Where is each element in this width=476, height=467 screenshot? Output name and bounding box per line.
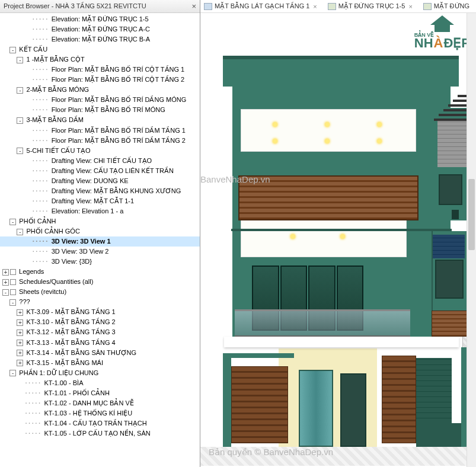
tree-item[interactable]: ····· Floor Plan: MẶT BẰNG BỐ TRÍ CỘT TẦ… [0, 65, 200, 75]
tree-item[interactable]: ····· Drafting View: DUONG KE [0, 176, 200, 186]
tree-item[interactable]: ····· Drafting View: CẤU TẠO LIÊN KẾT TR… [0, 166, 200, 176]
tree-item[interactable]: ····· 3D View: 3D View 1 [0, 236, 200, 247]
tree-item-label: Drafting View: MẶT BẰNG KHUNG XƯƠNG [52, 187, 181, 194]
tree-item[interactable]: + Schedules/Quantities (all) [0, 277, 200, 287]
project-browser-titlebar[interactable]: Project Browser - NHÀ 3 TẦNG 5X21 REVITC… [0, 0, 200, 13]
expand-icon[interactable]: + [17, 319, 23, 326]
tree-item[interactable]: + KT-3.09 - MẶT BẰNG TẦNG 1 [0, 307, 200, 317]
tree-item[interactable]: + KT-3.14 - MẶT BẰNG SÂN THƯỢNG [0, 348, 200, 358]
tree-item[interactable]: - 2-MẶT BẰNG MÓNG [0, 85, 200, 95]
tree-item[interactable]: - PHẦN 1: DỮ LIỆU CHUNG [0, 368, 200, 378]
view-tab[interactable]: MẶT BẰNG LÁT GẠCH TẦNG 1 × [204, 2, 317, 10]
tree-item-label: KT-3.15 - MẶT BẰNG MÁI [27, 359, 104, 366]
view-tab[interactable]: MẶT ĐỨNG [423, 2, 469, 10]
elevation-icon [328, 3, 336, 10]
tree-item[interactable]: ····· Drafting View: CHI TIẾT CẤU TẠO [0, 156, 200, 166]
tree-item-label: Floor Plan: MẶT BẰNG BỐ TRÍ MÓNG [52, 106, 165, 113]
tree-item-label: KT-1.05 - LỚP CẤU TẠO NỀN, SÀN [44, 430, 150, 437]
tree-item-label: 1 -MẶT BẰNG CỘT [27, 56, 85, 63]
tab-label: MẶT ĐỨNG [434, 2, 469, 10]
3d-viewport[interactable]: BẢN VẼ NHÀĐẸP [200, 13, 476, 467]
collapse-icon[interactable]: - [9, 219, 16, 225]
viewport-panel: MẶT BẰNG LÁT GẠCH TẦNG 1 × MẶT ĐỨNG TRỤC… [200, 0, 476, 467]
tree-item-label: 3-MẶT BẰNG DẦM [27, 116, 84, 123]
tree-item[interactable]: ····· Elevation: Elevation 1 - a [0, 206, 200, 216]
vertical-scrollbar[interactable] [467, 13, 476, 467]
tree-item[interactable]: + KT-3.15 - MẶT BẰNG MÁI [0, 358, 200, 368]
tree-item-label: Floor Plan: MẶT BẰNG BỐ TRÍ DẦM TẦNG 1 [52, 127, 186, 134]
tree-item[interactable]: + KT-3.10 - MẶT BẰNG TẦNG 2 [0, 317, 200, 327]
tree-item[interactable]: - PHỐI CẢNH GÓC [0, 226, 200, 236]
expand-icon[interactable]: + [17, 309, 23, 316]
tree-item[interactable]: ····· KT-1.05 - LỚP CẤU TẠO NỀN, SÀN [0, 428, 200, 439]
collapse-icon[interactable]: - [17, 229, 23, 235]
view-tabs: MẶT BẰNG LÁT GẠCH TẦNG 1 × MẶT ĐỨNG TRỤC… [200, 0, 476, 13]
category-icon [10, 289, 16, 295]
tree-item[interactable]: ····· KT-1.04 - CẤU TẠO TRẦN THẠCH [0, 418, 200, 428]
close-icon[interactable]: × [313, 3, 317, 10]
tree-item[interactable]: + KT-3.13 - MẶT BẰNG TẦNG 4 [0, 338, 200, 348]
tab-label: MẶT ĐỨNG TRỤC 1-5 [338, 2, 405, 10]
tree-item-label: Drafting View: CẤU TẠO LIÊN KẾT TRẦN [52, 167, 174, 174]
tree-item-label: Floor Plan: MẶT BẰNG BỐ TRÍ DẦNG MÓNG [52, 96, 187, 103]
collapse-icon[interactable]: - [9, 47, 16, 53]
tree-item[interactable]: ····· Floor Plan: MẶT BẰNG BỐ TRÍ DẦNG M… [0, 95, 200, 105]
project-browser-tree[interactable]: ····· Elevation: MẶT ĐỨNG TRỤC 1-5 ·····… [0, 13, 200, 440]
tree-item-label: KT-1.02 - DANH MỤC BẢN VẼ [44, 399, 133, 407]
tree-item[interactable]: - 5-CHI TIẾT CẤU TẠO [0, 146, 200, 156]
tree-item[interactable]: ····· KT-1.01 - PHỐI CẢNH [0, 388, 200, 398]
tree-item[interactable]: ····· Floor Plan: MẶT BẰNG BỐ TRÍ MÓNG [0, 105, 200, 115]
tree-item[interactable]: - Sheets (revitctu) [0, 287, 200, 297]
tree-item[interactable]: ····· Drafting View: MẶT BẰNG KHUNG XƯƠN… [0, 186, 200, 196]
tree-item-label: KT-1.03 - HỆ THỐNG KÍ HIỆU [44, 410, 132, 417]
tree-item-label: PHẦN 1: DỮ LIỆU CHUNG [19, 369, 98, 376]
close-icon[interactable]: × [191, 2, 196, 11]
collapse-icon[interactable]: - [9, 299, 16, 306]
tree-item-label: Drafting View: MẶT CẮT 1-1 [52, 197, 135, 204]
tree-item-label: Drafting View: CHI TIẾT CẤU TẠO [52, 157, 152, 164]
tree-item-label: KT-1.00 - BÌA [44, 379, 83, 386]
expand-icon[interactable]: + [2, 279, 9, 286]
tree-item[interactable]: ····· Drafting View: MẶT CẮT 1-1 [0, 196, 200, 206]
tree-item[interactable]: ····· KT-1.03 - HỆ THỐNG KÍ HIỆU [0, 408, 200, 418]
tree-item[interactable]: - KẾT CẤU [0, 44, 200, 55]
tree-item[interactable]: ····· KT-1.02 - DANH MỤC BẢN VẼ [0, 398, 200, 408]
tree-item[interactable]: ····· Elevation: MẶT ĐỨNG TRỤC 1-5 [0, 14, 200, 24]
tree-item-label: Elevation: MẶT ĐỨNG TRỤC B-A [52, 36, 150, 43]
tree-item[interactable]: + Legends [0, 267, 200, 277]
tree-item[interactable]: + KT-3.12 - MẶT BẰNG TẦNG 3 [0, 327, 200, 337]
collapse-icon[interactable]: - [17, 148, 23, 154]
scrollbar-thumb[interactable] [468, 179, 475, 250]
collapse-icon[interactable]: - [17, 57, 23, 63]
tree-item[interactable]: - ??? [0, 297, 200, 307]
expand-icon[interactable]: + [17, 330, 23, 336]
collapse-icon[interactable]: - [17, 87, 23, 94]
tree-item[interactable]: ····· Elevation: MẶT ĐỨNG TRỤC A-C [0, 24, 200, 34]
expand-icon[interactable]: + [17, 350, 23, 356]
expand-icon[interactable]: + [2, 269, 9, 276]
tree-item[interactable]: - 3-MẶT BẰNG DẦM [0, 115, 200, 125]
close-icon[interactable]: × [408, 3, 412, 10]
collapse-icon[interactable]: - [2, 289, 9, 296]
project-browser-title: Project Browser - NHÀ 3 TẦNG 5X21 REVITC… [4, 2, 146, 10]
tree-item[interactable]: ····· 3D View: 3D View 2 [0, 247, 200, 257]
collapse-icon[interactable]: - [9, 370, 16, 376]
collapse-icon[interactable]: - [17, 117, 23, 124]
tree-item-label: KT-3.12 - MẶT BẰNG TẦNG 3 [27, 328, 116, 335]
expand-icon[interactable]: + [17, 360, 23, 366]
view-tab[interactable]: MẶT ĐỨNG TRỤC 1-5 × [328, 2, 413, 10]
tree-item[interactable]: ····· Floor Plan: MẶT BẰNG BỐ TRÍ DẦM TẦ… [0, 136, 200, 146]
tree-item[interactable]: - PHỐI CẢNH [0, 216, 200, 226]
expand-icon[interactable]: + [17, 340, 23, 346]
tree-item-label: 5-CHI TIẾT CẤU TẠO [27, 147, 91, 154]
tree-item[interactable]: - 1 -MẶT BẰNG CỘT [0, 55, 200, 65]
tree-item[interactable]: ····· Floor Plan: MẶT BẰNG BỐ TRÍ DẦM TẦ… [0, 126, 200, 136]
tree-item[interactable]: ····· 3D View: {3D} [0, 257, 200, 267]
tree-item[interactable]: ····· Elevation: MẶT ĐỨNG TRỤC B-A [0, 34, 200, 44]
tree-item-label: ??? [19, 298, 30, 305]
tree-item-label: PHỐI CẢNH GÓC [27, 228, 80, 235]
tree-item-label: KẾT CẤU [19, 46, 47, 53]
tree-item-label: KT-3.10 - MẶT BẰNG TẦNG 2 [27, 318, 116, 325]
tree-item[interactable]: ····· KT-1.00 - BÌA [0, 378, 200, 388]
tree-item[interactable]: ····· Floor Plan: MẶT BẰNG BỐ TRÍ CỘT TẦ… [0, 75, 200, 85]
